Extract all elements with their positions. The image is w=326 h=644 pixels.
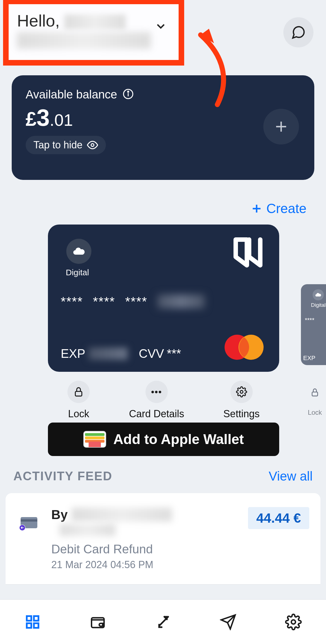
card-type-label: Digital xyxy=(66,268,266,277)
svg-rect-11 xyxy=(76,391,82,396)
activity-timestamp: 21 Mar 2024 04:56 PM xyxy=(51,559,309,571)
nav-send[interactable] xyxy=(218,612,238,632)
redacted-digits xyxy=(157,295,205,308)
nav-settings[interactable] xyxy=(283,612,303,632)
grid-icon xyxy=(25,614,40,630)
balance-amount: £3.01 xyxy=(26,104,300,131)
chat-button[interactable] xyxy=(283,17,313,47)
lock-icon xyxy=(73,386,84,397)
lock-card-button[interactable]: Lock xyxy=(67,381,90,420)
plus-icon xyxy=(251,203,262,214)
gear-icon xyxy=(236,386,247,397)
svg-rect-20 xyxy=(27,623,31,628)
chevron-down-icon xyxy=(154,20,167,34)
mastercard-icon xyxy=(222,333,266,362)
redacted-company xyxy=(17,32,151,49)
bottom-nav xyxy=(0,599,326,644)
activity-type: Debit Card Refund xyxy=(51,542,309,556)
greeting-prefix: Hello, xyxy=(17,11,60,30)
view-all-link[interactable]: View all xyxy=(269,469,313,484)
cvv-value: *** xyxy=(167,347,181,361)
payment-card-next[interactable]: Digital **** EXP xyxy=(301,284,326,365)
send-icon xyxy=(220,614,237,630)
redacted-merchant xyxy=(72,508,172,522)
account-selector[interactable]: Hello, xyxy=(3,0,184,66)
hide-balance-toggle[interactable]: Tap to hide xyxy=(26,136,106,154)
svg-point-12 xyxy=(240,390,243,393)
svg-point-4 xyxy=(91,144,94,146)
exp-label: EXP xyxy=(61,347,85,361)
activity-item[interactable]: By Debit Card Refund 21 Mar 2024 04:56 P… xyxy=(6,493,320,585)
eye-icon xyxy=(87,139,98,151)
redacted-name xyxy=(64,15,126,30)
create-card-button[interactable]: Create xyxy=(251,201,306,216)
apple-wallet-icon xyxy=(83,431,106,448)
cloud-icon xyxy=(66,239,91,264)
svg-point-3 xyxy=(128,91,129,92)
lock-icon xyxy=(310,388,320,397)
divider xyxy=(6,584,320,585)
cvv-label: CVV xyxy=(139,347,164,361)
chat-icon xyxy=(291,25,306,40)
lock-card-next-button[interactable]: Lock xyxy=(304,381,326,416)
nav-home[interactable] xyxy=(23,612,43,632)
svg-rect-19 xyxy=(34,616,38,621)
svg-rect-18 xyxy=(27,616,31,621)
card-number: **** **** **** xyxy=(61,294,266,309)
svg-rect-15 xyxy=(21,519,37,522)
balance-label: Available balance xyxy=(26,88,117,101)
swap-icon xyxy=(155,614,171,630)
activity-amount: 44.44 € xyxy=(248,507,309,529)
plus-icon xyxy=(274,119,289,134)
balance-card: Available balance £3.01 Tap to hide xyxy=(12,75,314,180)
nav-wallet[interactable] xyxy=(88,612,108,632)
svg-rect-21 xyxy=(34,623,38,628)
add-to-apple-wallet-button[interactable]: Add to Apple Wallet xyxy=(48,423,279,456)
wallet-icon xyxy=(89,614,106,630)
card-details-button[interactable]: ••• Card Details xyxy=(129,381,184,420)
brand-logo-icon xyxy=(230,237,266,269)
svg-point-23 xyxy=(291,620,296,624)
refund-icon xyxy=(17,507,42,531)
gear-icon xyxy=(285,614,302,630)
activity-by-prefix: By xyxy=(51,507,68,522)
add-money-button[interactable] xyxy=(263,109,299,144)
card-settings-button[interactable]: Settings xyxy=(223,381,260,420)
svg-rect-13 xyxy=(312,392,318,396)
redacted-exp xyxy=(89,348,128,360)
info-icon[interactable] xyxy=(123,88,134,101)
nav-transfer[interactable] xyxy=(153,612,173,632)
activity-feed-title: ACTIVITY FEED xyxy=(13,469,112,483)
dots-icon: ••• xyxy=(151,387,162,397)
redacted-merchant-line2 xyxy=(60,524,115,536)
cloud-icon xyxy=(313,289,324,300)
payment-card[interactable]: Digital **** **** **** EXP CVV *** xyxy=(48,225,279,372)
